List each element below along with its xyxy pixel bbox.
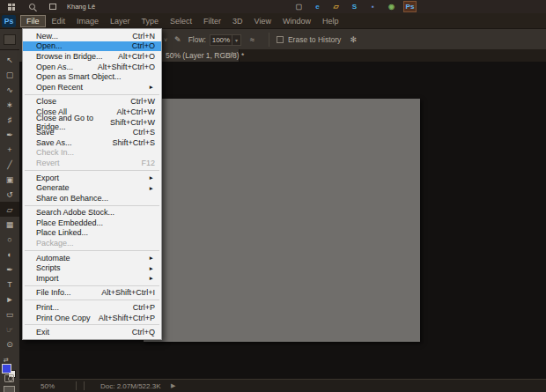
menu-item-shortcut: Ctrl+W: [123, 97, 155, 106]
menu-item-label: Save As...: [36, 138, 72, 147]
skype-icon[interactable]: S: [348, 1, 361, 12]
foreground-color-swatch[interactable]: [2, 364, 11, 374]
path-selection-tool[interactable]: ►: [0, 292, 19, 307]
menubar-item-view[interactable]: View: [249, 16, 277, 26]
clone-stamp-tool[interactable]: ▣: [0, 172, 19, 187]
menubar-item-3d[interactable]: 3D: [227, 16, 248, 26]
flow-dropdown-icon[interactable]: ▾: [232, 34, 241, 46]
airbrush-icon[interactable]: ≈: [250, 35, 255, 44]
file-menu-item-open-as[interactable]: Open As...Alt+Shift+Ctrl+O: [23, 62, 161, 72]
gradient-tool[interactable]: ▦: [0, 217, 19, 232]
options-divider: [269, 33, 269, 47]
file-menu-popup: New...Ctrl+NOpen...Ctrl+OBrowse in Bridg…: [22, 28, 162, 340]
file-menu-item-print[interactable]: Print...Ctrl+P: [23, 302, 161, 313]
file-menu-item-share-on-behance[interactable]: Share on Behance...: [23, 193, 161, 203]
file-menu-item-open-recent[interactable]: Open Recent►: [23, 82, 161, 92]
hand-tool[interactable]: ☞: [0, 322, 19, 337]
menubar-item-edit[interactable]: Edit: [47, 16, 71, 26]
menubar-item-filter[interactable]: Filter: [198, 16, 226, 26]
menu-item-label: Browse in Bridge...: [36, 52, 103, 61]
rectangle-tool[interactable]: ▭: [0, 307, 19, 322]
tab-close-icon[interactable]: ×: [229, 50, 233, 59]
zoom-tool[interactable]: ⊙: [0, 337, 19, 351]
file-explorer-icon[interactable]: ▱: [329, 1, 343, 12]
brush-tool[interactable]: ╱: [0, 157, 19, 172]
statusbar-flyout-icon[interactable]: ▶: [171, 382, 175, 389]
brush-smoothing-icon[interactable]: ✻: [350, 35, 357, 44]
photoshop-taskbar-icon[interactable]: Ps: [403, 1, 417, 12]
file-menu-item-place-embedded[interactable]: Place Embedded...: [23, 218, 161, 228]
tool-preset-icon[interactable]: [4, 34, 16, 45]
spot-healing-brush-tool[interactable]: +: [0, 142, 19, 157]
eyedropper-tool[interactable]: ✒: [0, 127, 19, 142]
opacity-dropdown-caret-icon[interactable]: ˅: [164, 37, 167, 43]
erase-to-history-label: Erase to History: [288, 35, 341, 44]
file-menu-item-generate[interactable]: Generate►: [23, 182, 161, 193]
file-menu-item-import[interactable]: Import►: [23, 273, 161, 284]
screen-mode-icon[interactable]: [4, 386, 15, 392]
file-menu-item-search-adobe-stock[interactable]: Search Adobe Stock...: [23, 208, 161, 218]
submenu-arrow-icon: ►: [149, 265, 155, 271]
pen-tool[interactable]: ✒: [0, 262, 19, 277]
menubar-item-layer[interactable]: Layer: [105, 16, 136, 26]
move-tool[interactable]: ↖: [0, 52, 19, 67]
file-menu-item-browse-in-bridge[interactable]: Browse in Bridge...Alt+Ctrl+O: [23, 51, 161, 62]
file-menu-item-save-as[interactable]: Save As...Shift+Ctrl+S: [23, 137, 161, 148]
search-icon[interactable]: [29, 4, 35, 10]
history-brush-tool[interactable]: ↺: [0, 187, 19, 202]
statusbar-divider: [76, 381, 85, 390]
menu-separator: [25, 250, 159, 251]
rectangular-marquee-tool[interactable]: ▢: [0, 67, 19, 82]
taskbar-user-label: Khang Lê: [67, 3, 95, 11]
file-menu-item-print-one-copy[interactable]: Print One CopyAlt+Shift+Ctrl+P: [23, 313, 161, 323]
lasso-tool[interactable]: ∿: [0, 82, 19, 97]
crop-tool[interactable]: ♯: [0, 112, 19, 127]
flow-value-input[interactable]: 100%: [210, 34, 232, 46]
file-menu-item-export[interactable]: Export►: [23, 173, 161, 183]
menu-item-shortcut: Ctrl+O: [125, 41, 155, 50]
menu-item-shortcut: F12: [134, 159, 155, 167]
menu-item-shortcut: Shift+Ctrl+W: [103, 118, 155, 127]
menubar-item-window[interactable]: Window: [277, 16, 316, 26]
swap-colors-icon[interactable]: ⇄: [4, 357, 9, 364]
menubar-item-help[interactable]: Help: [317, 16, 344, 26]
file-menu-item-open-as-smart-object[interactable]: Open as Smart Object...: [23, 71, 161, 82]
menu-item-label: New...: [36, 32, 58, 41]
dodge-tool[interactable]: ◐: [0, 247, 19, 262]
eraser-tool[interactable]: ▱: [0, 202, 19, 217]
file-menu-item-open[interactable]: Open...Ctrl+O: [23, 41, 161, 52]
document-size-info: Doc: 2.07M/522.3K: [100, 382, 160, 390]
pinned-app2-icon[interactable]: ▪: [366, 1, 380, 12]
file-menu-item-scripts[interactable]: Scripts►: [23, 263, 161, 273]
edge-browser-icon[interactable]: e: [311, 1, 324, 12]
zoom-level-value[interactable]: 50%: [41, 382, 55, 390]
file-menu-item-automate[interactable]: Automate►: [23, 253, 161, 263]
menu-item-label: Open as Smart Object...: [36, 72, 122, 81]
blur-tool[interactable]: ○: [0, 232, 19, 247]
pressure-opacity-icon[interactable]: ✎: [174, 35, 181, 44]
type-tool[interactable]: T: [0, 277, 19, 292]
pinned-app-icon[interactable]: ▢: [292, 1, 306, 12]
quick-mask-icon[interactable]: [4, 374, 14, 382]
chrome-icon[interactable]: ◉: [385, 1, 398, 12]
status-bar: 50% Doc: 2.07M/522.3K ▶: [19, 379, 546, 392]
windows-start-icon[interactable]: [8, 4, 15, 11]
menubar-item-image[interactable]: Image: [71, 16, 104, 26]
task-view-icon[interactable]: [49, 4, 56, 10]
file-menu-item-exit[interactable]: ExitCtrl+Q: [23, 327, 161, 337]
menu-item-label: Close: [36, 97, 56, 106]
menu-item-label: Check In...: [36, 148, 74, 157]
menubar-item-file[interactable]: File: [20, 15, 46, 27]
menu-item-label: Open...: [36, 41, 63, 50]
flow-label: Flow:: [188, 35, 206, 44]
file-menu-item-close-and-go-to-bridge[interactable]: Close and Go to Bridge...Shift+Ctrl+W: [23, 117, 161, 128]
file-menu-item-place-linked[interactable]: Place Linked...: [23, 228, 161, 239]
canvas[interactable]: [144, 99, 420, 342]
quick-selection-tool[interactable]: ∗: [0, 97, 19, 112]
file-menu-item-close[interactable]: CloseCtrl+W: [23, 97, 161, 107]
menubar-item-type[interactable]: Type: [136, 16, 165, 26]
erase-to-history-checkbox[interactable]: [277, 36, 284, 43]
menubar-item-select[interactable]: Select: [165, 16, 197, 26]
file-menu-item-new[interactable]: New...Ctrl+N: [23, 31, 161, 41]
file-menu-item-file-info[interactable]: File Info...Alt+Shift+Ctrl+I: [23, 288, 161, 299]
